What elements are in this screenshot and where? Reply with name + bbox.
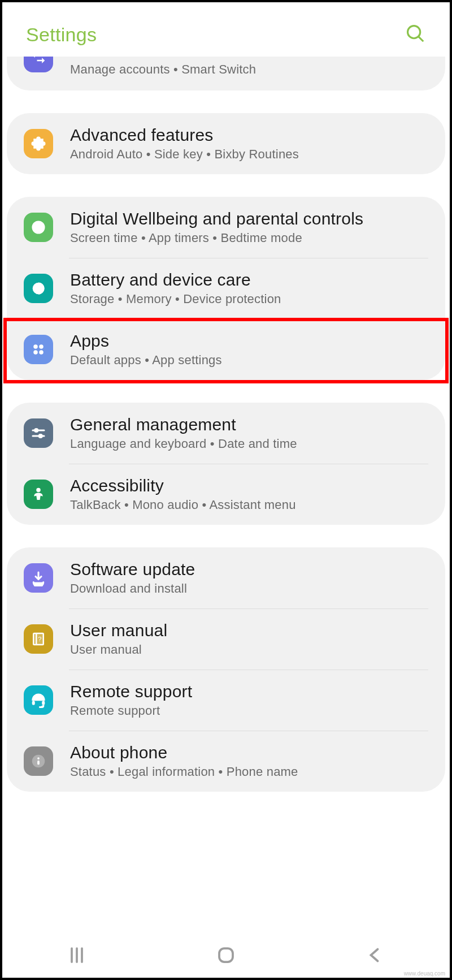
book-icon: ? <box>24 624 53 654</box>
row-subtitle: Screen time • App timers • Bedtime mode <box>70 231 363 245</box>
settings-group: Advanced featuresAndroid Auto • Side key… <box>7 113 445 174</box>
settings-row-about[interactable]: About phoneStatus • Legal information • … <box>7 731 445 792</box>
row-title: General management <box>70 415 297 434</box>
row-text: Remote supportRemote support <box>70 682 192 718</box>
headset-icon <box>24 685 53 715</box>
row-subtitle: Remote support <box>70 703 192 718</box>
row-subtitle: Download and install <box>70 581 195 596</box>
settings-row-apps[interactable]: AppsDefault apps • App settings <box>7 319 445 380</box>
svg-line-1 <box>419 37 424 42</box>
svg-text:?: ? <box>38 636 41 642</box>
download-icon <box>24 563 53 593</box>
search-icon[interactable] <box>405 23 426 46</box>
settings-group: General managementLanguage and keyboard … <box>7 403 445 525</box>
row-subtitle: Manage accounts • Smart Switch <box>70 62 256 77</box>
svg-point-3 <box>36 225 41 230</box>
grid4-icon <box>24 335 53 364</box>
row-title: User manual <box>70 621 167 640</box>
svg-rect-21 <box>37 761 40 765</box>
row-text: AppsDefault apps • App settings <box>70 331 222 368</box>
row-text: General managementLanguage and keyboard … <box>70 415 297 451</box>
settings-row-software[interactable]: Software updateDownload and install <box>7 547 445 608</box>
settings-row-accounts[interactable]: Manage accounts • Smart Switch <box>7 57 445 90</box>
row-text: Manage accounts • Smart Switch <box>70 57 256 77</box>
row-text: AccessibilityTalkBack • Mono audio • Ass… <box>70 476 296 512</box>
svg-point-0 <box>408 26 420 38</box>
row-title: Advanced features <box>70 126 299 145</box>
plus-puzzle-icon <box>24 129 53 158</box>
settings-row-battery[interactable]: Battery and device careStorage • Memory … <box>7 258 445 319</box>
row-title: About phone <box>70 743 298 762</box>
svg-point-13 <box>36 488 41 493</box>
circle-heart-icon <box>24 213 53 242</box>
info-icon <box>24 746 53 776</box>
row-text: Battery and device careStorage • Memory … <box>70 270 281 306</box>
settings-row-wellbeing[interactable]: Digital Wellbeing and parental controlsS… <box>7 197 445 258</box>
person-icon <box>24 480 53 509</box>
svg-rect-25 <box>219 948 233 962</box>
settings-group: Manage accounts • Smart Switch <box>7 57 445 90</box>
back-button[interactable] <box>365 945 385 965</box>
row-subtitle: Default apps • App settings <box>70 353 222 368</box>
settings-row-advanced[interactable]: Advanced featuresAndroid Auto • Side key… <box>7 113 445 174</box>
svg-point-12 <box>39 435 42 438</box>
row-text: Digital Wellbeing and parental controlsS… <box>70 209 363 245</box>
page-title: Settings <box>26 24 97 46</box>
header: Settings <box>2 2 450 57</box>
row-text: Advanced featuresAndroid Auto • Side key… <box>70 126 299 162</box>
svg-point-10 <box>35 429 38 432</box>
svg-point-5 <box>33 344 38 349</box>
row-title: Remote support <box>70 682 192 701</box>
row-title: Apps <box>70 331 222 351</box>
svg-rect-17 <box>32 701 35 705</box>
row-subtitle: Language and keyboard • Date and time <box>70 437 297 451</box>
settings-row-accessibility[interactable]: AccessibilityTalkBack • Mono audio • Ass… <box>7 464 445 525</box>
watermark: www.deuaq.com <box>404 970 445 977</box>
svg-point-20 <box>37 757 40 759</box>
home-button[interactable] <box>216 945 236 965</box>
swap-icon <box>24 57 53 72</box>
row-subtitle: TalkBack • Mono audio • Assistant menu <box>70 498 296 512</box>
svg-point-7 <box>33 350 38 355</box>
recents-button[interactable] <box>67 945 87 965</box>
row-text: User manualUser manual <box>70 621 167 657</box>
settings-group: Digital Wellbeing and parental controlsS… <box>7 197 445 380</box>
row-subtitle: User manual <box>70 642 167 657</box>
navigation-bar <box>2 932 450 978</box>
row-text: About phoneStatus • Legal information • … <box>70 743 298 779</box>
settings-row-general[interactable]: General managementLanguage and keyboard … <box>7 403 445 464</box>
row-subtitle: Status • Legal information • Phone name <box>70 765 298 779</box>
row-title: Accessibility <box>70 476 296 495</box>
row-subtitle: Storage • Memory • Device protection <box>70 292 281 306</box>
svg-point-6 <box>39 344 44 349</box>
row-subtitle: Android Auto • Side key • Bixby Routines <box>70 147 299 162</box>
sliders-icon <box>24 418 53 448</box>
settings-group: Software updateDownload and install?User… <box>7 547 445 792</box>
svg-point-8 <box>39 350 44 355</box>
row-title: Software update <box>70 560 195 579</box>
settings-row-remote[interactable]: Remote supportRemote support <box>7 670 445 731</box>
row-title: Battery and device care <box>70 270 281 290</box>
care-icon <box>24 274 53 303</box>
settings-list: Manage accounts • Smart SwitchAdvanced f… <box>2 57 450 820</box>
settings-row-manual[interactable]: ?User manualUser manual <box>7 608 445 670</box>
row-text: Software updateDownload and install <box>70 560 195 596</box>
row-title: Digital Wellbeing and parental controls <box>70 209 363 228</box>
svg-rect-18 <box>42 701 45 705</box>
